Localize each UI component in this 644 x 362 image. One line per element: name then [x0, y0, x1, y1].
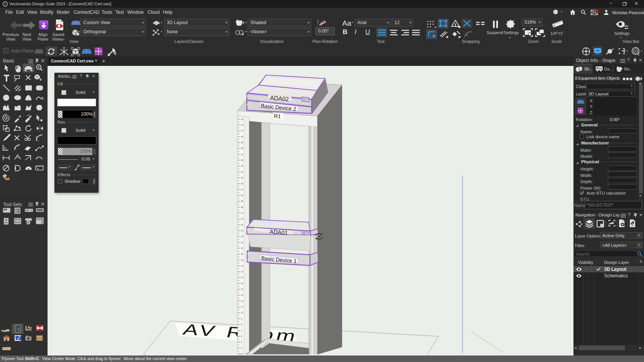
svg-text:Tool Sets: Tool Sets [3, 202, 22, 207]
svg-text:R1: R1 [274, 113, 281, 120]
svg-text:18: 18 [241, 265, 243, 267]
svg-text:21: 21 [241, 247, 243, 249]
svg-text:17: 17 [241, 271, 243, 273]
svg-text:23: 23 [241, 236, 243, 238]
svg-text:30: 30 [241, 195, 243, 197]
svg-text:14: 14 [241, 288, 243, 290]
svg-text:43: 43 [241, 118, 243, 120]
svg-text:4: 4 [241, 347, 242, 349]
svg-text:10: 10 [241, 312, 243, 314]
svg-text:19: 19 [241, 259, 243, 261]
svg-text:6: 6 [241, 336, 242, 337]
svg-text:20: 20 [241, 253, 243, 255]
svg-text:25: 25 [241, 224, 243, 226]
svg-text:V: V [634, 49, 637, 53]
svg-text:7: 7 [241, 329, 242, 331]
svg-text:27: 27 [241, 212, 243, 214]
svg-text:13: 13 [241, 294, 243, 296]
svg-text:16: 16 [241, 277, 243, 278]
svg-text:41: 41 [241, 130, 243, 132]
svg-text:5: 5 [241, 341, 242, 343]
svg-text:39: 39 [241, 142, 243, 144]
svg-text:26: 26 [241, 218, 243, 220]
svg-text:V: V [4, 3, 7, 6]
svg-text:32: 32 [241, 183, 243, 185]
svg-text:11: 11 [241, 306, 243, 308]
svg-text:42: 42 [241, 124, 243, 126]
svg-text:Basic: Basic [3, 58, 14, 64]
svg-text:28: 28 [241, 206, 243, 208]
svg-text:31: 31 [241, 189, 243, 191]
svg-text:35: 35 [241, 165, 243, 167]
svg-text:12: 12 [241, 300, 243, 302]
svg-text:37: 37 [241, 154, 243, 156]
svg-text:24: 24 [241, 230, 243, 232]
svg-text:38: 38 [241, 147, 243, 149]
svg-text:3: 3 [241, 353, 242, 355]
svg-text:34: 34 [241, 171, 243, 173]
svg-text:8: 8 [241, 324, 242, 326]
svg-text:36: 36 [241, 159, 243, 161]
svg-text:29: 29 [241, 200, 243, 202]
svg-text:33: 33 [241, 177, 243, 179]
svg-text:40: 40 [241, 136, 243, 138]
svg-text:22: 22 [241, 242, 243, 244]
svg-text:9: 9 [241, 318, 242, 320]
svg-text:15: 15 [241, 283, 243, 285]
